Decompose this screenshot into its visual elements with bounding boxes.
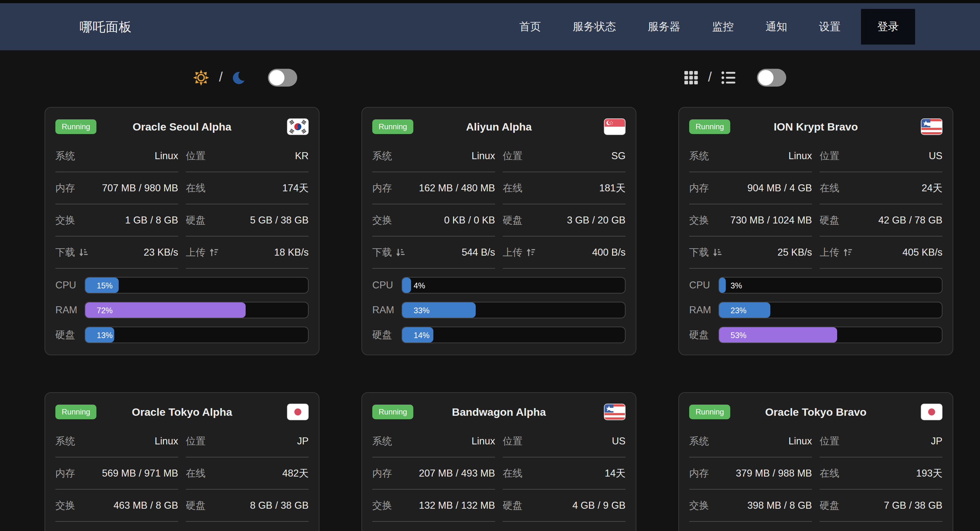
server-card[interactable]: Running Bandwagon Alpha 系统 Linux 位置 US 内… bbox=[361, 392, 636, 531]
progress-bar: 14% bbox=[401, 327, 625, 343]
stat-label: 在线 bbox=[819, 467, 839, 480]
stat-location: 位置 KR bbox=[186, 140, 309, 172]
stat-value: 4 GB / 9 GB bbox=[573, 500, 625, 511]
stat-upload: 上传 400 B/s bbox=[503, 236, 625, 269]
status-badge: Running bbox=[372, 405, 413, 419]
server-card[interactable]: Running Oracle Seoul Alpha 系统 Linux 位置 K… bbox=[45, 107, 320, 355]
progress-fill bbox=[719, 277, 726, 293]
progress-value: 72% bbox=[97, 303, 113, 318]
card-header: Running Bandwagon Alpha bbox=[372, 403, 625, 420]
stat-upload: 上传 405 KB/s bbox=[819, 236, 942, 269]
stat-download: 下载 2 KB/s bbox=[689, 522, 812, 531]
stats-table: 系统 Linux 位置 JP 内存 569 MB / 971 MB 在线 482… bbox=[56, 425, 309, 531]
upload-label: 上传 bbox=[819, 246, 839, 259]
server-card[interactable]: Running Aliyun Alpha 系统 Linux 位置 SG 内存 1… bbox=[361, 107, 636, 355]
stats-table: 系统 Linux 位置 JP 内存 379 MB / 988 MB 在线 193… bbox=[689, 425, 942, 531]
download-label: 下载 bbox=[56, 246, 75, 259]
login-button[interactable]: 登录 bbox=[861, 9, 915, 45]
progress-fill bbox=[402, 277, 411, 293]
stat-label: 系统 bbox=[56, 435, 75, 448]
server-name: Oracle Tokyo Bravo bbox=[765, 406, 867, 418]
usage-bar-row: CPU 3% bbox=[689, 277, 942, 293]
country-flag-icon bbox=[287, 403, 309, 420]
stat-value: Linux bbox=[471, 150, 495, 162]
stat-value: 3 GB / 20 GB bbox=[567, 215, 625, 226]
nav-item-5[interactable]: 通知 bbox=[765, 19, 787, 34]
server-name: Oracle Seoul Alpha bbox=[133, 121, 232, 133]
stat-label: 硬盘 bbox=[503, 214, 522, 227]
separator-slash: / bbox=[219, 70, 223, 84]
bar-label: 硬盘 bbox=[56, 328, 84, 341]
stat-label: 内存 bbox=[56, 467, 75, 480]
usage-bar-row: 硬盘 53% bbox=[689, 327, 942, 343]
server-card[interactable]: Running ION Krypt Bravo 系统 Linux 位置 US 内… bbox=[678, 107, 953, 355]
server-card[interactable]: Running Oracle Tokyo Alpha 系统 Linux 位置 J… bbox=[45, 392, 320, 531]
country-flag-icon bbox=[604, 118, 625, 135]
theme-switch[interactable] bbox=[268, 69, 297, 86]
stat-value: 400 B/s bbox=[592, 247, 625, 258]
stat-swap: 交换 398 MB / 8 GB bbox=[689, 490, 812, 522]
bar-label: RAM bbox=[372, 305, 401, 316]
stat-label: 位置 bbox=[503, 435, 522, 448]
nav-item-6[interactable]: 设置 bbox=[819, 19, 841, 34]
stat-disk: 硬盘 3 GB / 20 GB bbox=[503, 204, 625, 236]
stat-label: 内存 bbox=[689, 182, 709, 195]
stat-label: 在线 bbox=[186, 467, 205, 480]
top-navbar: 哪吒面板 首页服务状态服务器监控通知设置 登录 bbox=[0, 3, 980, 50]
server-card[interactable]: Running Oracle Tokyo Bravo 系统 Linux 位置 J… bbox=[678, 392, 953, 531]
stat-label: 硬盘 bbox=[819, 214, 839, 227]
main-nav: 首页服务状态服务器监控通知设置 bbox=[519, 19, 841, 34]
stats-table: 系统 Linux 位置 US 内存 904 MB / 4 GB 在线 24天 交… bbox=[689, 140, 942, 269]
nav-item-3[interactable]: 服务器 bbox=[648, 19, 680, 34]
stat-value: SG bbox=[611, 150, 625, 162]
app-title[interactable]: 哪吒面板 bbox=[80, 18, 132, 36]
progress-value: 3% bbox=[730, 277, 742, 293]
stat-location: 位置 US bbox=[503, 425, 625, 458]
stat-uptime: 在线 174天 bbox=[186, 172, 309, 204]
progress-bar: 4% bbox=[401, 277, 625, 293]
usage-bar-row: CPU 15% bbox=[56, 277, 309, 293]
stat-label: 系统 bbox=[689, 149, 709, 163]
stat-swap: 交换 1 GB / 8 GB bbox=[56, 204, 178, 236]
stat-label: 交换 bbox=[56, 214, 75, 227]
stat-value: JP bbox=[297, 435, 309, 447]
stat-label: 系统 bbox=[372, 435, 392, 448]
stat-label: 位置 bbox=[819, 149, 839, 163]
bar-label: CPU bbox=[689, 279, 719, 291]
view-toggle-group: / bbox=[490, 69, 980, 86]
server-name: Oracle Tokyo Alpha bbox=[132, 406, 232, 418]
server-name: Aliyun Alpha bbox=[466, 121, 532, 133]
server-name: Bandwagon Alpha bbox=[452, 406, 546, 418]
stat-label: 交换 bbox=[689, 499, 709, 512]
upload-sort-icon bbox=[526, 248, 536, 257]
stat-value: 398 MB / 8 GB bbox=[748, 500, 812, 511]
country-flag-icon bbox=[287, 118, 309, 135]
nav-item-2[interactable]: 服务状态 bbox=[573, 19, 616, 34]
stat-download: 下载 23 KB/s bbox=[56, 236, 178, 269]
bar-label: CPU bbox=[56, 279, 84, 291]
status-badge: Running bbox=[372, 120, 413, 134]
stat-value: 904 MB / 4 GB bbox=[748, 182, 812, 194]
stat-value: 42 GB / 78 GB bbox=[878, 215, 942, 226]
stat-value: 7 GB / 38 GB bbox=[884, 500, 942, 511]
stat-download: 下载 544 B/s bbox=[372, 236, 495, 269]
stat-value: 25 KB/s bbox=[777, 247, 812, 258]
nav-item-4[interactable]: 监控 bbox=[712, 19, 734, 34]
stat-label: 硬盘 bbox=[503, 499, 522, 512]
download-sort-icon bbox=[396, 248, 406, 257]
nav-item-1[interactable]: 首页 bbox=[519, 19, 541, 34]
stat-swap: 交换 463 MB / 8 GB bbox=[56, 490, 178, 522]
stat-memory: 内存 569 MB / 971 MB bbox=[56, 458, 178, 490]
page: 哪吒面板 首页服务状态服务器监控通知设置 登录 / bbox=[0, 0, 980, 531]
stat-value: 193天 bbox=[916, 467, 942, 480]
stat-label: 下载 bbox=[56, 246, 89, 259]
view-switch[interactable] bbox=[757, 69, 786, 86]
stat-download: 下载 25 KB/s bbox=[689, 236, 812, 269]
stat-label: 硬盘 bbox=[186, 214, 205, 227]
stat-system: 系统 Linux bbox=[56, 140, 178, 172]
stat-memory: 内存 207 MB / 493 MB bbox=[372, 458, 495, 490]
stat-label: 交换 bbox=[372, 499, 392, 512]
download-sort-icon bbox=[79, 248, 89, 257]
stat-disk: 硬盘 42 GB / 78 GB bbox=[819, 204, 942, 236]
stat-label: 内存 bbox=[56, 182, 75, 195]
